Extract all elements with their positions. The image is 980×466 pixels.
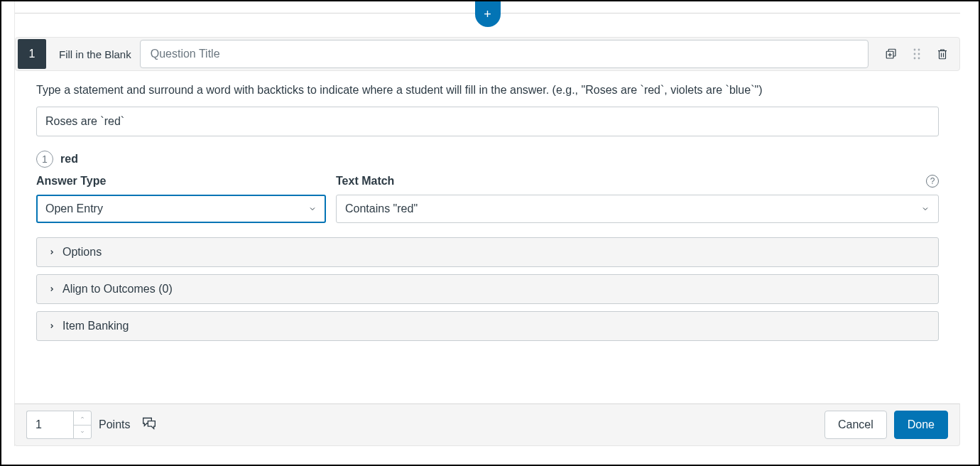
blank-word: red [60, 153, 78, 166]
svg-point-5 [918, 49, 920, 51]
question-number-badge: 1 [18, 39, 46, 69]
instruction-text: Type a statement and surround a word wit… [36, 84, 939, 97]
text-match-value: Contains "red" [345, 202, 418, 215]
accordion-outcomes-label: Align to Outcomes (0) [62, 283, 173, 296]
accordion-options-label: Options [62, 246, 102, 259]
text-match-column: Text Match ? Contains "red" [336, 175, 939, 223]
footer-actions: Cancel Done [824, 411, 948, 439]
drag-handle-icon[interactable] [910, 47, 924, 61]
points-label: Points [99, 418, 130, 431]
delete-icon[interactable] [935, 47, 949, 61]
chevron-right-icon [48, 323, 55, 330]
question-editor-frame: + 1 Fill in the Blank [0, 0, 980, 466]
points-decrement[interactable] [74, 425, 91, 438]
question-number: 1 [29, 48, 36, 60]
points-increment[interactable] [74, 411, 91, 425]
help-icon[interactable]: ? [926, 175, 939, 188]
feedback-icon[interactable] [141, 416, 157, 433]
accordion-group: Options Align to Outcomes (0) Item Banki… [36, 237, 939, 341]
blank-index-badge: 1 [36, 151, 53, 168]
answer-type-label: Answer Type [36, 175, 106, 188]
accordion-options[interactable]: Options [36, 237, 939, 267]
accordion-outcomes[interactable]: Align to Outcomes (0) [36, 274, 939, 304]
answer-config-row: Answer Type Open Entry Text Match ? Cont… [36, 175, 939, 223]
chevron-up-icon [79, 416, 86, 420]
done-button-label: Done [908, 418, 935, 431]
points-spinners [73, 411, 92, 439]
question-footer: Points Cancel Done [14, 403, 960, 446]
cancel-button[interactable]: Cancel [824, 411, 887, 439]
question-title-input[interactable] [140, 40, 869, 68]
answer-type-value: Open Entry [45, 202, 103, 215]
question-header-bar: 1 Fill in the Blank [15, 37, 960, 71]
blank-indicator-row: 1 red [36, 151, 939, 168]
answer-type-column: Answer Type Open Entry [36, 175, 326, 223]
statement-input[interactable] [36, 107, 939, 136]
chevron-down-icon [921, 205, 930, 213]
chevron-down-icon [308, 205, 317, 213]
svg-point-6 [914, 53, 916, 55]
blank-index: 1 [42, 153, 48, 165]
answer-type-select[interactable]: Open Entry [36, 195, 326, 223]
points-input[interactable] [26, 411, 73, 439]
points-stepper [26, 411, 92, 439]
svg-point-7 [918, 53, 920, 55]
duplicate-icon[interactable] [884, 47, 898, 61]
header-action-icons [869, 47, 959, 61]
question-editor: + 1 Fill in the Blank [14, 1, 960, 446]
cancel-button-label: Cancel [838, 418, 873, 431]
points-group: Points [26, 411, 157, 439]
chevron-right-icon [48, 249, 55, 256]
svg-point-4 [914, 49, 916, 51]
question-body: Type a statement and surround a word wit… [36, 84, 939, 348]
done-button[interactable]: Done [894, 411, 948, 439]
svg-point-9 [918, 58, 920, 60]
question-type-label: Fill in the Blank [59, 48, 131, 60]
svg-point-8 [914, 58, 916, 60]
add-question-button[interactable]: + [475, 1, 501, 27]
accordion-item-banking-label: Item Banking [62, 320, 129, 332]
plus-icon: + [484, 8, 491, 21]
accordion-item-banking[interactable]: Item Banking [36, 311, 939, 341]
chevron-down-icon [79, 430, 86, 434]
text-match-select[interactable]: Contains "red" [336, 195, 939, 223]
text-match-label: Text Match [336, 175, 394, 188]
chevron-right-icon [48, 286, 55, 293]
